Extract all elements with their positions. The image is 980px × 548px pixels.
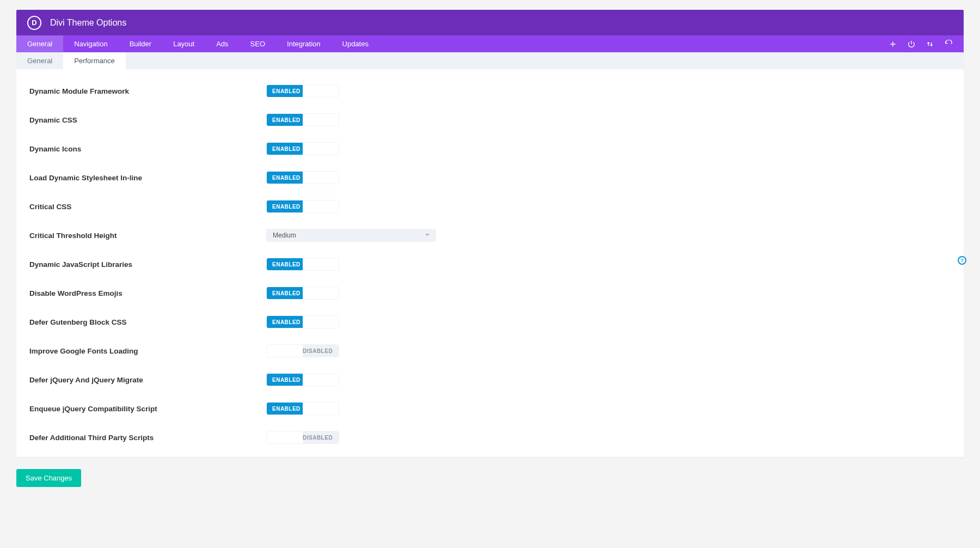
option-label: Defer Gutenberg Block CSS <box>29 318 266 326</box>
toggle-switch[interactable]: ENABLED <box>266 171 339 184</box>
option-row: Dynamic CSSENABLED <box>29 113 951 126</box>
save-changes-button[interactable]: Save Changes <box>16 469 81 487</box>
toggle-label: ENABLED <box>267 316 303 328</box>
options-content: Dynamic Module FrameworkENABLEDDynamic C… <box>16 69 964 457</box>
header-bar: D Divi Theme Options <box>16 10 964 35</box>
option-label: Critical Threshold Height <box>29 232 266 240</box>
toggle-switch[interactable]: DISABLED <box>266 431 339 444</box>
toggle-knob <box>303 374 339 386</box>
tab-general[interactable]: General <box>16 35 63 52</box>
toggle-knob <box>303 258 339 270</box>
option-label: Dynamic JavaScript Libraries <box>29 260 266 269</box>
threshold-select[interactable]: Medium <box>266 229 436 242</box>
toggle-label: ENABLED <box>267 114 303 126</box>
toggle-switch[interactable]: ENABLED <box>266 315 339 328</box>
option-row: Dynamic IconsENABLED <box>29 142 951 155</box>
reset-icon[interactable] <box>944 40 953 48</box>
option-row: Defer Additional Third Party ScriptsDISA… <box>29 431 951 444</box>
toggle-label: ENABLED <box>267 85 303 97</box>
toggle-switch[interactable]: ENABLED <box>266 200 339 213</box>
toggle-label: ENABLED <box>267 258 303 270</box>
option-label: Dynamic Icons <box>29 145 266 153</box>
main-tabs: GeneralNavigationBuilderLayoutAdsSEOInte… <box>16 35 964 52</box>
option-label: Critical CSS <box>29 203 266 211</box>
tab-seo[interactable]: SEO <box>240 35 276 52</box>
tab-updates[interactable]: Updates <box>332 35 379 52</box>
toggle-knob <box>303 316 339 328</box>
toggle-label: ENABLED <box>267 287 303 299</box>
tab-builder[interactable]: Builder <box>119 35 162 52</box>
option-label: Improve Google Fonts Loading <box>29 347 266 355</box>
option-label: Dynamic CSS <box>29 116 266 124</box>
option-label: Defer jQuery And jQuery Migrate <box>29 376 266 384</box>
toggle-switch[interactable]: ENABLED <box>266 258 339 271</box>
toggle-label: DISABLED <box>303 345 339 357</box>
toggle-switch[interactable]: ENABLED <box>266 402 339 415</box>
toggle-switch[interactable]: ENABLED <box>266 142 339 155</box>
option-label: Dynamic Module Framework <box>29 87 266 95</box>
options-panel: D Divi Theme Options GeneralNavigationBu… <box>16 10 964 457</box>
sub-tabs: GeneralPerformance <box>16 52 964 69</box>
toggle-knob <box>303 403 339 415</box>
toggle-switch[interactable]: ENABLED <box>266 113 339 126</box>
power-icon[interactable] <box>907 40 916 48</box>
toggle-label: ENABLED <box>267 374 303 386</box>
toggle-knob <box>267 431 303 443</box>
option-label: Enqueue jQuery Compatibility Script <box>29 405 266 413</box>
toggle-knob <box>303 85 339 97</box>
up-down-arrows-icon[interactable] <box>926 40 934 48</box>
option-label: Defer Additional Third Party Scripts <box>29 434 266 442</box>
chevron-down-icon <box>424 232 431 240</box>
option-row: Enqueue jQuery Compatibility ScriptENABL… <box>29 402 951 415</box>
toggle-label: ENABLED <box>267 200 303 212</box>
toggle-knob <box>303 114 339 126</box>
toggle-label: ENABLED <box>267 172 303 184</box>
toggle-switch[interactable]: ENABLED <box>266 287 339 300</box>
page-title: Divi Theme Options <box>50 18 126 28</box>
plus-icon[interactable] <box>889 40 897 48</box>
option-row: Dynamic Module FrameworkENABLED <box>29 84 951 98</box>
option-label: Load Dynamic Stylesheet In-line <box>29 174 266 182</box>
option-row: Critical CSSENABLED <box>29 200 951 213</box>
toggle-knob <box>303 287 339 299</box>
help-icon[interactable]: ? <box>958 256 966 265</box>
option-row: Load Dynamic Stylesheet In-lineENABLED <box>29 171 951 184</box>
tab-layout[interactable]: Layout <box>162 35 205 52</box>
option-row: Critical Threshold HeightMedium <box>29 229 951 242</box>
toggle-knob <box>303 200 339 212</box>
option-row: Defer Gutenberg Block CSSENABLED <box>29 315 951 328</box>
tab-ads[interactable]: Ads <box>205 35 239 52</box>
toggle-knob <box>267 345 303 357</box>
tab-icon-group <box>889 35 964 52</box>
subtab-general[interactable]: General <box>16 52 63 69</box>
option-row: Disable WordPress EmojisENABLED <box>29 287 951 300</box>
tab-spacer <box>379 35 889 52</box>
divi-logo-icon: D <box>27 16 41 30</box>
toggle-knob <box>303 143 339 155</box>
option-row: Defer jQuery And jQuery MigrateENABLED <box>29 373 951 386</box>
option-row: Dynamic JavaScript LibrariesENABLED <box>29 258 951 271</box>
option-row: Improve Google Fonts LoadingDISABLED <box>29 344 951 357</box>
toggle-switch[interactable]: DISABLED <box>266 344 339 357</box>
toggle-label: ENABLED <box>267 143 303 155</box>
toggle-knob <box>303 172 339 184</box>
tab-navigation[interactable]: Navigation <box>63 35 118 52</box>
select-value: Medium <box>273 232 296 239</box>
subtab-performance[interactable]: Performance <box>63 52 125 69</box>
tab-integration[interactable]: Integration <box>276 35 331 52</box>
toggle-label: DISABLED <box>303 431 339 443</box>
toggle-switch[interactable]: ENABLED <box>266 373 339 386</box>
toggle-switch[interactable]: ENABLED <box>266 84 339 98</box>
option-label: Disable WordPress Emojis <box>29 289 266 297</box>
toggle-label: ENABLED <box>267 403 303 415</box>
